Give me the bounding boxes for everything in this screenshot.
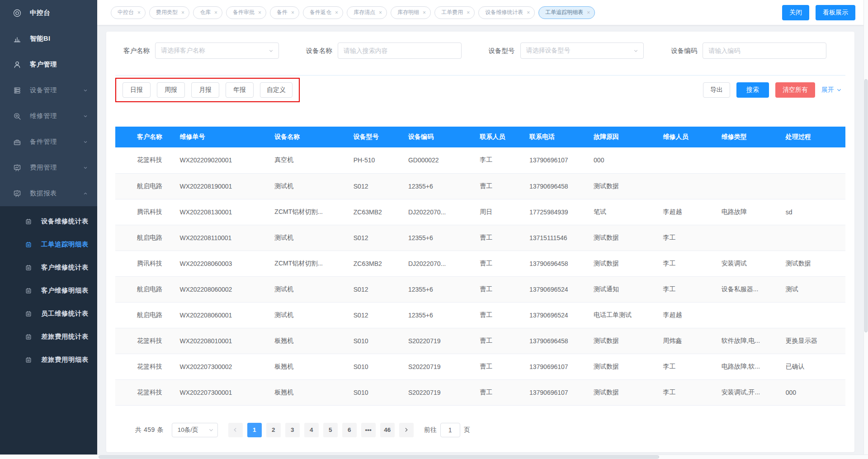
- table-row: 航启电路WX202208060002测试机S01212355+6曹工137906…: [115, 276, 845, 302]
- clear-all-button[interactable]: 清空所有: [775, 82, 815, 98]
- bi-chart-icon: [13, 34, 22, 43]
- page-button[interactable]: 3: [285, 423, 300, 437]
- tab-item[interactable]: 备件返仓×: [303, 6, 343, 19]
- sidebar-subitem[interactable]: 客户维修明细表: [0, 279, 97, 302]
- report-period-button[interactable]: 自定义: [260, 82, 292, 98]
- sidebar-item-label: 中控台: [30, 9, 90, 17]
- sidebar-item-customer[interactable]: 客户管理: [0, 52, 97, 77]
- tab-item[interactable]: 备件审批×: [226, 6, 266, 19]
- sidebar-subitem[interactable]: 差旅费用统计表: [0, 325, 97, 348]
- device-code-input[interactable]: [703, 43, 826, 59]
- sidebar-subitem-label: 客户维修明细表: [41, 286, 89, 295]
- tab-active[interactable]: 工单追踪明细表×: [538, 6, 595, 19]
- sidebar-item-parts[interactable]: 备件管理: [0, 129, 97, 155]
- page-button[interactable]: 4: [304, 423, 319, 437]
- tab-close-icon[interactable]: ×: [137, 10, 141, 15]
- tab-close-icon[interactable]: ×: [379, 10, 382, 15]
- notebook-icon: [25, 333, 32, 341]
- sidebar-item-device[interactable]: 设备管理: [0, 77, 97, 103]
- sidebar-item-label: 费用管理: [30, 163, 81, 172]
- sidebar-subitem[interactable]: 工单追踪明细表: [0, 233, 97, 256]
- sidebar-subitem[interactable]: 客户维修统计表: [0, 256, 97, 279]
- order-link[interactable]: WX202209020001: [175, 147, 270, 173]
- close-button[interactable]: 关闭: [782, 5, 809, 20]
- expand-toggle[interactable]: 展开: [821, 86, 842, 94]
- table-cell: 板翘机: [270, 328, 349, 354]
- sidebar-item-expense[interactable]: 费用管理: [0, 155, 97, 180]
- page-button[interactable]: 5: [323, 423, 338, 437]
- report-period-button[interactable]: 年报: [226, 82, 254, 98]
- table-cell: 13790696107: [525, 354, 589, 379]
- table-cell: ZCMT铝材切割...: [270, 199, 349, 225]
- tab-close-icon[interactable]: ×: [423, 10, 426, 15]
- order-link[interactable]: WX202207300002: [175, 354, 270, 379]
- table-cell: S012: [349, 302, 404, 328]
- tab-label: 备件审批: [233, 9, 255, 16]
- tab-label: 仓库: [200, 9, 211, 16]
- page-prev-button[interactable]: [228, 423, 243, 437]
- tab-close-icon[interactable]: ×: [467, 10, 470, 15]
- page-button[interactable]: 2: [266, 423, 281, 437]
- table-cell: 李工: [658, 379, 717, 405]
- report-period-button[interactable]: 月报: [191, 82, 219, 98]
- sidebar-subitem[interactable]: 员工维修统计表: [0, 302, 97, 325]
- tab-item[interactable]: 中控台×: [111, 6, 146, 19]
- vertical-scrollbar[interactable]: [863, 0, 868, 454]
- order-link[interactable]: WX202208130001: [175, 199, 270, 225]
- sidebar-subitem[interactable]: 差旅费用明细表: [0, 348, 97, 371]
- sidebar-item-console[interactable]: 中控台: [0, 0, 97, 26]
- order-link[interactable]: WX202208060002: [175, 276, 270, 302]
- filter-row: 客户名称请选择客户名称设备名称设备型号请选择设备型号设备编码: [115, 32, 845, 59]
- tab-close-icon[interactable]: ×: [291, 10, 294, 15]
- tab-close-icon[interactable]: ×: [181, 10, 184, 15]
- tab-item[interactable]: 设备维修统计表×: [478, 6, 535, 19]
- tab-item[interactable]: 仓库×: [193, 6, 222, 19]
- goto-page-input[interactable]: [440, 423, 460, 437]
- device-model-select[interactable]: 请选择设备型号: [520, 43, 644, 59]
- tab-close-icon[interactable]: ×: [587, 10, 590, 15]
- board-display-button[interactable]: 看板展示: [816, 5, 855, 20]
- horizontal-scrollbar[interactable]: [0, 454, 868, 459]
- table-cell: 测试数据: [589, 328, 658, 354]
- order-link[interactable]: WX202208060001: [175, 302, 270, 328]
- column-header: 设备名称: [270, 127, 349, 147]
- device-name-field[interactable]: [344, 47, 457, 54]
- horizontal-scrollbar-thumb[interactable]: [99, 455, 659, 459]
- order-link[interactable]: WX202207300001: [175, 379, 270, 405]
- customer-name-select[interactable]: 请选择客户名称: [155, 43, 279, 59]
- sidebar-item-repair[interactable]: 维修管理: [0, 103, 97, 129]
- device-name-input[interactable]: [338, 43, 462, 59]
- order-link[interactable]: WX202208010001: [175, 328, 270, 354]
- expense-icon: [13, 163, 22, 172]
- tab-close-icon[interactable]: ×: [335, 10, 338, 15]
- page-button[interactable]: 1: [247, 423, 262, 437]
- table-cell: 测试机: [270, 302, 349, 328]
- export-button[interactable]: 导出: [703, 82, 730, 98]
- tab-item[interactable]: 库存清点×: [347, 6, 387, 19]
- report-period-button[interactable]: 周报: [157, 82, 185, 98]
- tab-item[interactable]: 工单费用×: [434, 6, 475, 19]
- table-cell: 电路故障,软...: [717, 354, 781, 379]
- sidebar-item-report[interactable]: 数据报表: [0, 180, 97, 206]
- search-button[interactable]: 搜索: [736, 82, 769, 98]
- order-link[interactable]: WX202208110001: [175, 225, 270, 251]
- page-button[interactable]: 6: [342, 423, 357, 437]
- page-next-button[interactable]: [399, 423, 414, 437]
- vertical-scrollbar-thumb[interactable]: [864, 79, 868, 332]
- tab-close-icon[interactable]: ×: [214, 10, 217, 15]
- report-period-button[interactable]: 日报: [123, 82, 151, 98]
- chevron-down-icon: [81, 114, 90, 119]
- sidebar-subitem[interactable]: 设备维修统计表: [0, 210, 97, 233]
- tab-item[interactable]: 备件×: [270, 6, 299, 19]
- filter-device-code: 设备编码: [663, 43, 845, 59]
- order-link[interactable]: WX202208190001: [175, 173, 270, 199]
- device-code-field[interactable]: [708, 47, 821, 54]
- page-size-select[interactable]: 10条/页: [172, 423, 218, 437]
- tab-close-icon[interactable]: ×: [258, 10, 261, 15]
- sidebar-item-bi-chart[interactable]: 智能BI: [0, 26, 97, 52]
- order-link[interactable]: WX202208060003: [175, 251, 270, 276]
- page-button[interactable]: 46: [380, 423, 395, 437]
- tab-close-icon[interactable]: ×: [527, 10, 530, 15]
- tab-item[interactable]: 库存明细×: [391, 6, 431, 19]
- tab-item[interactable]: 费用类型×: [149, 6, 189, 19]
